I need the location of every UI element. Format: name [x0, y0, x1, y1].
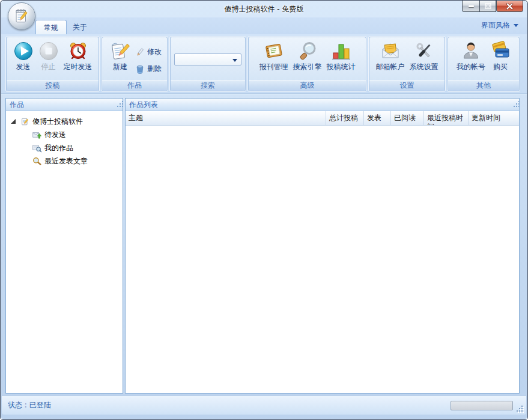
group-caption-search: 搜索 — [171, 80, 245, 91]
close-button[interactable] — [496, 1, 523, 12]
column-header-update-time[interactable]: 更新时间 — [469, 111, 519, 125]
works-list-panel: 作品列表 主题 总计投稿 发表 已阅读 最近投稿时间 更新时间 — [125, 98, 520, 394]
works-small-buttons: 修改 删除 — [135, 40, 162, 74]
group-advanced-body: 报刊管理 搜索引擎 — [249, 37, 366, 80]
envelope-green-arrow-icon — [32, 130, 41, 139]
window-controls — [462, 1, 523, 12]
system-settings-button[interactable]: 系统设置 — [407, 40, 441, 72]
group-submit-body: 发送 停止 — [7, 37, 99, 80]
credit-cards-icon — [490, 41, 511, 61]
tree-item-recent-label: 最近发表文章 — [44, 156, 88, 166]
column-header-subject[interactable]: 主题 — [126, 111, 326, 125]
chevron-down-icon — [514, 24, 518, 27]
statusbar: 状态 : 已登陆 — [2, 395, 526, 415]
stop-icon — [38, 41, 59, 61]
new-button[interactable]: 新建 — [108, 40, 133, 72]
my-account-button[interactable]: 我的帐号 — [454, 40, 488, 72]
periodical-management-label: 报刊管理 — [259, 62, 288, 71]
tab-general[interactable]: 常规 — [35, 20, 67, 34]
scheduled-send-button[interactable]: 定时发送 — [61, 40, 95, 72]
open-envelope-icon — [380, 41, 401, 61]
ribbon-group-other: 我的帐号 购买 其他 — [448, 37, 520, 91]
works-panel-title: 作品 — [10, 100, 24, 109]
works-list-body[interactable] — [126, 126, 519, 393]
new-notepad-icon — [110, 41, 130, 61]
window-title: 傻博士投稿软件 - 免费版 — [1, 1, 527, 17]
person-icon — [461, 41, 481, 61]
periodical-management-button[interactable]: 报刊管理 — [257, 40, 291, 72]
magnifier-icon — [297, 41, 318, 61]
send-label: 发送 — [16, 62, 31, 71]
trash-icon — [135, 64, 145, 74]
delete-label: 删除 — [147, 64, 162, 74]
submission-stats-label: 投稿统计 — [327, 62, 356, 71]
stop-label: 停止 — [41, 62, 56, 71]
app-menu-button[interactable] — [8, 2, 35, 30]
maximize-button[interactable] — [479, 1, 496, 12]
tree-root-label: 傻博士投稿软件 — [32, 117, 83, 127]
stop-button[interactable]: 停止 — [36, 40, 61, 72]
ribbon-group-search: 搜索 — [170, 37, 246, 91]
group-caption-works: 作品 — [102, 80, 167, 91]
group-caption-other: 其他 — [448, 80, 519, 91]
tab-row: 常规 关于 界面风格 — [1, 17, 527, 34]
works-list-title: 作品列表 — [129, 100, 158, 109]
panel-grip-icon[interactable] — [117, 106, 118, 107]
address-book-icon — [264, 41, 284, 61]
column-header-read[interactable]: 已阅读 — [391, 111, 424, 125]
edit-button[interactable]: 修改 — [135, 47, 162, 57]
chevron-down-icon[interactable] — [232, 59, 237, 62]
magnifier-icon — [32, 157, 41, 166]
panel-grip-icon[interactable] — [514, 106, 515, 107]
column-header-recent-submission-time[interactable]: 最近投稿时间 — [424, 111, 469, 125]
works-tree: 傻博士投稿软件 待发送 — [6, 111, 123, 168]
close-icon — [506, 3, 514, 10]
ribbon-group-submit: 发送 停止 — [6, 37, 99, 91]
group-caption-settings: 设置 — [369, 80, 445, 91]
ribbon: 发送 停止 — [1, 34, 527, 94]
tree-item-pending[interactable]: 待发送 — [6, 128, 123, 141]
search-combobox[interactable] — [174, 53, 241, 65]
maximize-icon — [485, 3, 491, 9]
buy-button[interactable]: 购买 — [488, 40, 513, 72]
tree-item-my-works-label: 我的作品 — [44, 143, 73, 153]
search-engine-label: 搜索引擎 — [293, 62, 322, 71]
ribbon-group-advanced: 报刊管理 搜索引擎 — [248, 37, 366, 91]
group-settings-body: 邮箱帐户 系统设置 — [369, 37, 445, 80]
my-account-label: 我的帐号 — [457, 62, 485, 71]
column-header-published[interactable]: 发表 — [364, 111, 391, 125]
tree-root-item[interactable]: 傻博士投稿软件 — [6, 115, 123, 128]
search-engine-button[interactable]: 搜索引擎 — [291, 40, 324, 72]
scheduled-send-label: 定时发送 — [64, 62, 93, 71]
titlebar[interactable]: 傻博士投稿软件 - 免费版 — [1, 1, 527, 17]
edit-label: 修改 — [147, 47, 162, 57]
mail-accounts-label: 邮箱帐户 — [376, 62, 405, 71]
system-settings-label: 系统设置 — [410, 62, 438, 71]
minimize-icon — [469, 5, 474, 7]
minimize-button[interactable] — [462, 1, 479, 12]
alarm-clock-icon — [68, 41, 88, 61]
buy-label: 购买 — [493, 62, 508, 71]
progress-bar — [451, 401, 513, 410]
crossed-tools-icon — [414, 41, 434, 61]
resize-grip[interactable] — [521, 410, 523, 412]
tree-item-my-works[interactable]: 我的作品 — [6, 141, 123, 154]
send-button[interactable]: 发送 — [11, 40, 36, 72]
submission-stats-button[interactable]: 投稿统计 — [324, 40, 358, 72]
notepad-pencil-icon — [14, 8, 29, 25]
group-caption-advanced: 高级 — [249, 80, 366, 91]
tree-item-recent[interactable]: 最近发表文章 — [6, 154, 123, 168]
interface-style-menu[interactable]: 界面风格 — [481, 20, 518, 31]
mail-accounts-button[interactable]: 邮箱帐户 — [374, 40, 407, 72]
works-list-header: 作品列表 — [126, 99, 519, 111]
ribbon-group-works: 新建 修改 删除 — [102, 37, 168, 91]
pencil-icon — [135, 47, 145, 57]
status-text: 状态 : 已登陆 — [8, 400, 51, 410]
tab-about[interactable]: 关于 — [65, 20, 95, 34]
works-panel-header: 作品 — [6, 99, 123, 111]
column-header-total-submissions[interactable]: 总计投稿 — [326, 111, 364, 125]
bar-chart-icon — [331, 41, 351, 61]
delete-button[interactable]: 删除 — [135, 64, 162, 74]
tree-expander-icon[interactable] — [11, 119, 16, 124]
interface-style-label: 界面风格 — [481, 20, 510, 31]
